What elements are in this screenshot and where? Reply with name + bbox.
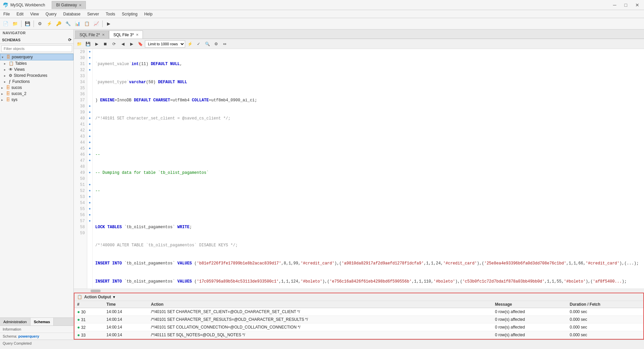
code-line-29: `payment_value` int(11) DEFAULT NULL,: [95, 61, 641, 67]
expand-icon-views: ▸: [4, 68, 7, 71]
sql-execute[interactable]: ▶: [93, 40, 101, 48]
sql-wrap[interactable]: ⇔: [221, 40, 229, 48]
sql-open-folder[interactable]: 📁: [75, 40, 83, 48]
schema-value: powerquery: [18, 334, 39, 338]
dot-30: ●: [87, 55, 92, 61]
editor-content[interactable]: 29 30 31 32 33 34 35 36 37 38 39 40 41 4…: [74, 49, 644, 289]
toolbar-open-file[interactable]: 📁: [11, 19, 19, 28]
output-dropdown-arrow[interactable]: ▾: [113, 295, 115, 299]
menu-scripting[interactable]: Scripting: [118, 10, 141, 18]
menu-query[interactable]: Query: [42, 10, 60, 18]
schemas-label: SCHEMAS: [2, 38, 20, 42]
toolbar-btn-10[interactable]: ▶: [104, 19, 113, 28]
folder-icon-func: ƒ: [9, 79, 11, 84]
output-results-table: # Time Action Message Duration / Fetch ●…: [74, 301, 643, 339]
sidebar-tab-schemas[interactable]: Schemas: [31, 318, 54, 326]
menu-edit[interactable]: Edit: [13, 10, 27, 18]
sql-stop[interactable]: ⏹: [101, 40, 109, 48]
maximize-button[interactable]: □: [623, 2, 629, 8]
h-scrollbar-thumb[interactable]: [91, 290, 101, 292]
tree-item-sucos[interactable]: ▸ 🗄 sucos: [0, 85, 73, 91]
menu-database[interactable]: Database: [60, 10, 84, 18]
title-tab-gateway[interactable]: BI Gateway ✕: [52, 1, 86, 9]
sql-tab-2[interactable]: SQL File 3* ✕: [109, 31, 143, 39]
tree-item-functions[interactable]: ▸ ƒ Functions: [0, 79, 73, 85]
h-scrollbar[interactable]: [74, 289, 644, 293]
close-button[interactable]: ✕: [633, 2, 641, 8]
toolbar-save[interactable]: 💾: [23, 19, 32, 28]
status-ok-icon: ●: [77, 325, 80, 330]
toolbar-btn-8[interactable]: 📋: [83, 19, 91, 28]
toolbar-new-file[interactable]: 📄: [1, 19, 10, 28]
sql-lightning[interactable]: ⚡: [186, 40, 194, 48]
dot-31: ●: [87, 61, 92, 67]
col-hash: #: [74, 301, 104, 308]
toolbar-btn-9[interactable]: 📈: [92, 19, 101, 28]
sidebar-bottom-tabs: Administration Schemas: [0, 317, 73, 326]
app-title: MySQL Workbench: [10, 3, 45, 7]
tab-close-icon[interactable]: ✕: [79, 3, 82, 7]
toolbar-btn-4[interactable]: ⚡: [45, 19, 54, 28]
sql-cols[interactable]: ⚙: [212, 40, 220, 48]
sql-prev[interactable]: ◀: [119, 40, 127, 48]
toolbar-btn-3[interactable]: ⚙: [36, 19, 44, 28]
sql-toolbar: 📁 💾 ▶ ⏹ ⟳ ◀ ▶ 🔖 Limit to 1000 rows No li…: [74, 39, 644, 49]
toolbar-btn-7[interactable]: 📊: [73, 19, 82, 28]
toolbar-sep-3: [102, 20, 103, 27]
sql-save[interactable]: 💾: [84, 40, 92, 48]
table-row: ● 30 14:00:14 /*!40101 SET CHARACTER_SET…: [74, 308, 643, 316]
tree-item-stored-procedures[interactable]: ▸ ⚙ Stored Procedures: [0, 72, 73, 79]
code-content[interactable]: `payment_value` int(11) DEFAULT NULL, `p…: [93, 49, 644, 289]
row-duration-32: 0.000 sec: [567, 323, 644, 331]
sql-search[interactable]: 🔍: [203, 40, 211, 48]
folder-icon-tables: 📋: [9, 61, 14, 66]
schema-info: Schema: powerquery: [0, 333, 73, 340]
db-icon-sucos: 🗄: [6, 85, 10, 90]
limit-select[interactable]: Limit to 1000 rows No limit Limit to 500…: [145, 40, 185, 48]
status-message: Query Completed: [3, 341, 32, 345]
sql-refresh[interactable]: ⟳: [110, 40, 118, 48]
menu-server[interactable]: Server: [84, 10, 102, 18]
col-time: Time: [104, 301, 148, 308]
sql-tab-2-close[interactable]: ✕: [136, 33, 139, 37]
tree-item-sys[interactable]: ▸ 🗄 sys: [0, 97, 73, 103]
folder-icon-views: 👁: [9, 67, 13, 72]
menu-help[interactable]: Help: [141, 10, 156, 18]
tree-item-sucos2[interactable]: ▸ 🗄 sucos_2: [0, 91, 73, 97]
info-label: Information: [3, 327, 21, 331]
sql-next[interactable]: ▶: [127, 40, 136, 48]
sql-tab-1[interactable]: SQL File 2* ✕: [75, 31, 109, 39]
status-ok-icon: ●: [77, 317, 80, 322]
dot-58: [87, 224, 92, 230]
output-table-head: # Time Action Message Duration / Fetch: [74, 301, 643, 308]
toolbar-btn-6[interactable]: 🔧: [64, 19, 72, 28]
refresh-icon[interactable]: ⟳: [68, 38, 71, 42]
sql-bookmark[interactable]: 🔖: [136, 40, 144, 48]
code-line-40: INSERT INTO `tb_olist_pagamentos` VALUES…: [95, 260, 641, 266]
tree-label-sucos: sucos: [11, 85, 22, 90]
row-action-32: /*!40101 SET COLLATION_CONNECTION=@OLD_C…: [148, 323, 492, 331]
minimize-button[interactable]: ─: [611, 2, 619, 8]
toolbar-btn-5[interactable]: 🔑: [54, 19, 63, 28]
dot-33: [87, 73, 92, 79]
filter-input[interactable]: [1, 45, 72, 52]
schema-key: Schema:: [3, 334, 17, 338]
tab-label: BI Gateway: [56, 3, 77, 7]
sql-tab-1-close[interactable]: ✕: [102, 33, 105, 37]
menu-view[interactable]: View: [27, 10, 42, 18]
code-line-31: ) ENGINE=InnoDB DEFAULT CHARSET=utf8mb4 …: [95, 97, 641, 103]
menu-tools[interactable]: Tools: [102, 10, 118, 18]
tree-item-views[interactable]: ▸ 👁 Views: [0, 66, 73, 72]
dot-41: ●: [87, 121, 92, 128]
sql-check[interactable]: ✓: [195, 40, 203, 48]
menu-file[interactable]: File: [0, 10, 13, 18]
tree-item-tables[interactable]: ▸ 📋 Tables: [0, 60, 73, 66]
dot-47: ●: [87, 158, 92, 164]
sidebar-tab-administration[interactable]: Administration: [0, 318, 31, 326]
title-bar-left: 🐬 MySQL Workbench: [3, 2, 45, 8]
code-line-39: /*!40000 ALTER TABLE `tb_olist_pagamento…: [95, 242, 641, 248]
editor-area: 29 30 31 32 33 34 35 36 37 38 39 40 41 4…: [74, 49, 644, 340]
menu-bar: File Edit View Query Database Server Too…: [0, 10, 644, 18]
output-header-row: # Time Action Message Duration / Fetch: [74, 301, 643, 308]
tree-item-powerquery[interactable]: ▾ 🗄 powerquery: [0, 54, 73, 60]
